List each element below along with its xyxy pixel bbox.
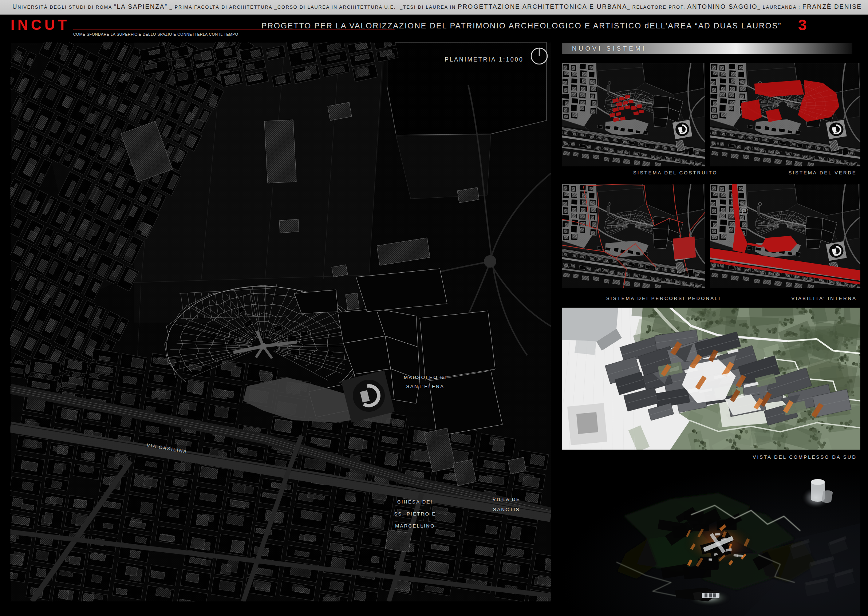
svg-text:SANT'ELENA: SANT'ELENA bbox=[406, 384, 445, 389]
svg-text:P: P bbox=[742, 208, 747, 216]
svg-text:CHIESA DEI: CHIESA DEI bbox=[397, 499, 433, 504]
svg-text:MARCELLINO: MARCELLINO bbox=[395, 523, 435, 529]
svg-text:VILLA DE: VILLA DE bbox=[493, 497, 520, 502]
svg-text:SANCTIS: SANCTIS bbox=[493, 507, 520, 512]
svg-text:SS. PIETRO E: SS. PIETRO E bbox=[394, 511, 436, 517]
svg-text:PLANIMETRIA 1:1000: PLANIMETRIA 1:1000 bbox=[445, 57, 524, 63]
svg-text:MAUSOLEO DI: MAUSOLEO DI bbox=[404, 375, 447, 380]
